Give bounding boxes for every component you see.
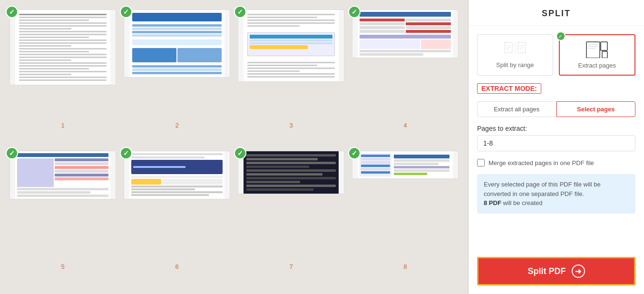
- page-number-1: 1: [61, 122, 64, 129]
- svg-rect-0: [505, 42, 512, 53]
- pages-grid: ✓: [10, 10, 459, 284]
- page-thumb-5: [10, 151, 116, 199]
- panel-title: SPLIT: [468, 0, 644, 26]
- page-number-5: 5: [61, 263, 64, 270]
- extract-active-check: ✓: [556, 31, 566, 41]
- check-badge-8: ✓: [348, 147, 361, 159]
- info-text-1: Every selected page of this PDF file wil…: [484, 181, 601, 197]
- info-text-2: will be created: [501, 199, 543, 206]
- pages-to-extract-label: Pages to extract:: [477, 125, 635, 132]
- extract-pages-label: Extract pages: [578, 62, 616, 69]
- page-thumb-4: [352, 10, 459, 58]
- info-box: Every selected page of this PDF file wil…: [477, 174, 635, 214]
- page-item-3[interactable]: ✓: [238, 10, 344, 143]
- page-thumb-2: [124, 10, 230, 78]
- page-thumb-8: [352, 151, 459, 179]
- page-number-7: 7: [289, 263, 293, 270]
- check-badge-4: ✓: [348, 6, 361, 18]
- pages-to-extract-section: Pages to extract:: [477, 125, 635, 151]
- page-item-6[interactable]: ✓: [124, 151, 230, 284]
- page-item-1[interactable]: ✓: [10, 10, 116, 143]
- split-by-range-btn[interactable]: Split by range: [477, 34, 553, 76]
- svg-rect-9: [586, 42, 600, 58]
- check-badge-1: ✓: [6, 6, 18, 18]
- page-item-7[interactable]: ✓: [238, 151, 344, 284]
- svg-rect-14: [602, 51, 607, 58]
- split-by-range-label: Split by range: [496, 61, 534, 69]
- merge-label: Merge extracted pages in one PDF file: [488, 159, 594, 167]
- merge-row: Merge extracted pages in one PDF file: [477, 159, 635, 167]
- page-thumb-1: [10, 10, 116, 85]
- check-badge-2: ✓: [120, 6, 132, 18]
- page-number-6: 6: [175, 263, 178, 270]
- info-highlight: 8 PDF: [484, 199, 501, 206]
- extract-mode-label: EXTRACT MODE:: [477, 83, 541, 94]
- extract-pages-icon: [585, 41, 608, 58]
- page-thumb-3: [238, 10, 344, 82]
- extract-buttons: Extract all pages Select pages: [477, 101, 635, 117]
- page-number-4: 4: [403, 122, 407, 129]
- page-item-2[interactable]: ✓: [124, 10, 230, 143]
- right-panel: SPLIT: [468, 0, 644, 294]
- pages-to-extract-input[interactable]: [477, 135, 635, 151]
- merge-checkbox[interactable]: [477, 159, 485, 167]
- extract-pages-btn[interactable]: ✓ Extract pages: [559, 34, 636, 76]
- panel-body: Split by range ✓ E: [468, 26, 644, 294]
- split-by-range-icon: [504, 40, 527, 58]
- svg-rect-13: [601, 42, 607, 50]
- split-pdf-arrow-icon: ➜: [572, 265, 585, 278]
- page-number-2: 2: [175, 122, 178, 129]
- check-badge-6: ✓: [120, 147, 132, 159]
- split-modes: Split by range ✓ E: [477, 34, 635, 76]
- page-item-4[interactable]: ✓: [352, 10, 459, 143]
- extract-all-pages-btn[interactable]: Extract all pages: [477, 101, 556, 117]
- svg-rect-1: [518, 42, 526, 53]
- page-thumb-6: [124, 151, 230, 199]
- page-number-3: 3: [289, 122, 293, 129]
- page-item-5[interactable]: ✓: [10, 151, 116, 284]
- split-pdf-label: Split PDF: [528, 266, 566, 276]
- split-pdf-button[interactable]: Split PDF ➜: [477, 257, 635, 285]
- page-number-8: 8: [403, 263, 407, 270]
- check-badge-3: ✓: [234, 6, 246, 18]
- select-pages-btn[interactable]: Select pages: [556, 101, 636, 117]
- page-thumb-7: [238, 151, 344, 194]
- check-badge-7: ✓: [234, 147, 246, 159]
- page-item-8[interactable]: ✓: [352, 151, 459, 284]
- pdf-preview-panel: ✓: [0, 0, 468, 294]
- check-badge-5: ✓: [6, 147, 18, 159]
